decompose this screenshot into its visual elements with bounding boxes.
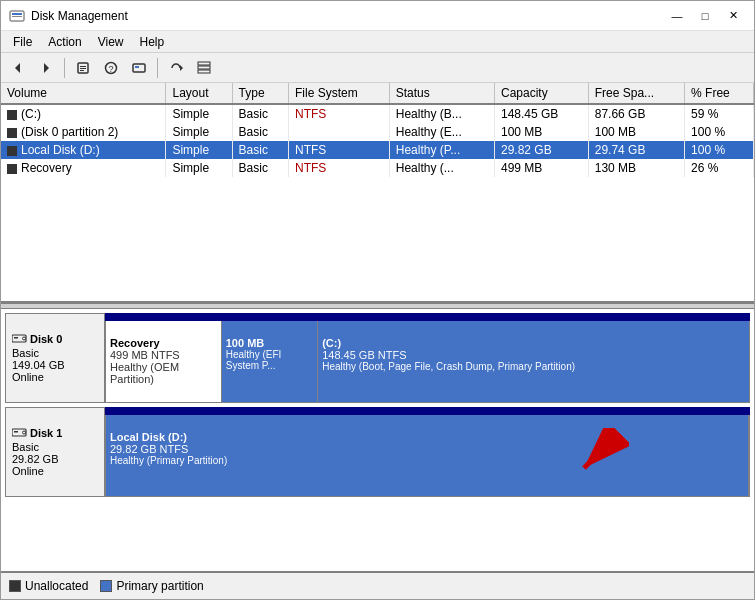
toolbar: ? — [1, 53, 754, 83]
disk-1-icon — [12, 428, 28, 438]
disk-1-name: Disk 1 — [30, 427, 62, 439]
disk-1-partitions-container: Local Disk (D:) 29.82 GB NTFS Healthy (P… — [105, 407, 750, 497]
refresh-button[interactable] — [163, 56, 189, 80]
partition-c-status: Healthy (Boot, Page File, Crash Dump, Pr… — [322, 361, 745, 372]
volume-icon — [7, 128, 17, 138]
table-row[interactable]: (Disk 0 partition 2)SimpleBasicHealthy (… — [1, 123, 754, 141]
disk-1-info: Disk 1 Basic 29.82 GB Online — [5, 407, 105, 497]
partition-recovery-name: Recovery — [110, 337, 217, 349]
menu-action[interactable]: Action — [40, 33, 89, 51]
disk-1-top-bar — [105, 407, 750, 415]
main-window: Disk Management — □ ✕ File Action View H… — [0, 0, 755, 600]
svg-rect-7 — [80, 68, 86, 69]
legend-unallocated: Unallocated — [9, 579, 88, 593]
main-content: Volume Layout Type File System Status Ca… — [1, 83, 754, 599]
legend-unallocated-label: Unallocated — [25, 579, 88, 593]
legend-primary-box — [100, 580, 112, 592]
col-header-layout[interactable]: Layout — [166, 83, 232, 104]
window-controls: — □ ✕ — [664, 6, 746, 26]
disk-0-name: Disk 0 — [30, 333, 62, 345]
svg-rect-2 — [12, 16, 22, 17]
svg-marker-3 — [15, 63, 20, 73]
partition-d-status: Healthy (Primary Partition) — [110, 455, 744, 466]
partition-c-size: 148.45 GB NTFS — [322, 349, 745, 361]
disk-0-top-bar — [105, 313, 750, 321]
volume-icon — [7, 110, 17, 120]
svg-rect-16 — [198, 70, 210, 73]
disk-1-status: Online — [12, 465, 98, 477]
toolbar-separator-1 — [64, 58, 65, 78]
svg-rect-1 — [12, 13, 22, 15]
disk-1-size: 29.82 GB — [12, 453, 98, 465]
partition-efi-status: Healthy (EFI System P... — [226, 349, 313, 371]
title-bar: Disk Management — □ ✕ — [1, 1, 754, 31]
help-button[interactable]: ? — [98, 56, 124, 80]
toolbar-separator-2 — [157, 58, 158, 78]
svg-rect-21 — [14, 431, 18, 433]
minimize-button[interactable]: — — [664, 6, 690, 26]
svg-rect-6 — [80, 66, 86, 67]
col-header-status[interactable]: Status — [389, 83, 494, 104]
volume-table: Volume Layout Type File System Status Ca… — [1, 83, 754, 177]
svg-rect-12 — [135, 66, 139, 68]
disk-button[interactable] — [126, 56, 152, 80]
col-header-freespace[interactable]: Free Spa... — [588, 83, 684, 104]
disk-0-partition-recovery[interactable]: Recovery 499 MB NTFS Healthy (OEM Partit… — [106, 321, 222, 402]
forward-button[interactable] — [33, 56, 59, 80]
disk-0-info: Disk 0 Basic 149.04 GB Online — [5, 313, 105, 403]
volume-table-area: Volume Layout Type File System Status Ca… — [1, 83, 754, 303]
volume-icon — [7, 146, 17, 156]
svg-text:?: ? — [108, 64, 113, 74]
col-header-filesystem[interactable]: File System — [288, 83, 389, 104]
col-header-percentfree[interactable]: % Free — [685, 83, 754, 104]
disk-0-size: 149.04 GB — [12, 359, 98, 371]
disk-0-partition-efi[interactable]: 100 MB Healthy (EFI System P... — [222, 321, 318, 402]
properties-button[interactable] — [70, 56, 96, 80]
disk-0-type: Basic — [12, 347, 98, 359]
col-header-capacity[interactable]: Capacity — [495, 83, 589, 104]
more-button[interactable] — [191, 56, 217, 80]
table-row[interactable]: Local Disk (D:)SimpleBasicNTFSHealthy (P… — [1, 141, 754, 159]
legend: Unallocated Primary partition — [1, 571, 754, 599]
disk-1-partition-d[interactable]: Local Disk (D:) 29.82 GB NTFS Healthy (P… — [106, 415, 749, 496]
app-icon — [9, 8, 25, 24]
menu-help[interactable]: Help — [132, 33, 173, 51]
maximize-button[interactable]: □ — [692, 6, 718, 26]
window-title: Disk Management — [31, 9, 664, 23]
legend-unallocated-box — [9, 580, 21, 592]
disk-1-type: Basic — [12, 441, 98, 453]
back-button[interactable] — [5, 56, 31, 80]
legend-primary-label: Primary partition — [116, 579, 203, 593]
table-header-row: Volume Layout Type File System Status Ca… — [1, 83, 754, 104]
menu-file[interactable]: File — [5, 33, 40, 51]
svg-point-22 — [23, 431, 26, 434]
disk-0-partitions: Recovery 499 MB NTFS Healthy (OEM Partit… — [105, 321, 750, 403]
col-header-volume[interactable]: Volume — [1, 83, 166, 104]
svg-marker-13 — [180, 65, 183, 71]
disk-0-icon — [12, 334, 28, 344]
table-row[interactable]: (C:)SimpleBasicNTFSHealthy (B...148.45 G… — [1, 104, 754, 123]
disk-1-partitions: Local Disk (D:) 29.82 GB NTFS Healthy (P… — [105, 415, 750, 497]
disk-0-status: Online — [12, 371, 98, 383]
disk-0-partitions-container: Recovery 499 MB NTFS Healthy (OEM Partit… — [105, 313, 750, 403]
disk-row-1: Disk 1 Basic 29.82 GB Online Local Dis — [5, 407, 750, 497]
partition-d-name: Local Disk (D:) — [110, 431, 744, 443]
menu-view[interactable]: View — [90, 33, 132, 51]
svg-rect-14 — [198, 62, 210, 65]
partition-recovery-status: Healthy (OEM Partition) — [110, 361, 217, 385]
disk-scroll-area[interactable]: Disk 0 Basic 149.04 GB Online — [1, 309, 754, 571]
col-header-type[interactable]: Type — [232, 83, 288, 104]
close-button[interactable]: ✕ — [720, 6, 746, 26]
partition-d-size: 29.82 GB NTFS — [110, 443, 744, 455]
svg-marker-4 — [44, 63, 49, 73]
legend-primary: Primary partition — [100, 579, 203, 593]
disk-0-partition-c[interactable]: (C:) 148.45 GB NTFS Healthy (Boot, Page … — [318, 321, 749, 402]
table-row[interactable]: RecoverySimpleBasicNTFSHealthy (...499 M… — [1, 159, 754, 177]
svg-rect-8 — [80, 70, 84, 71]
menu-bar: File Action View Help — [1, 31, 754, 53]
svg-point-19 — [23, 337, 26, 340]
disk-panel: Disk 0 Basic 149.04 GB Online — [1, 309, 754, 571]
partition-c-name: (C:) — [322, 337, 745, 349]
volume-icon — [7, 164, 17, 174]
partition-recovery-size: 499 MB NTFS — [110, 349, 217, 361]
